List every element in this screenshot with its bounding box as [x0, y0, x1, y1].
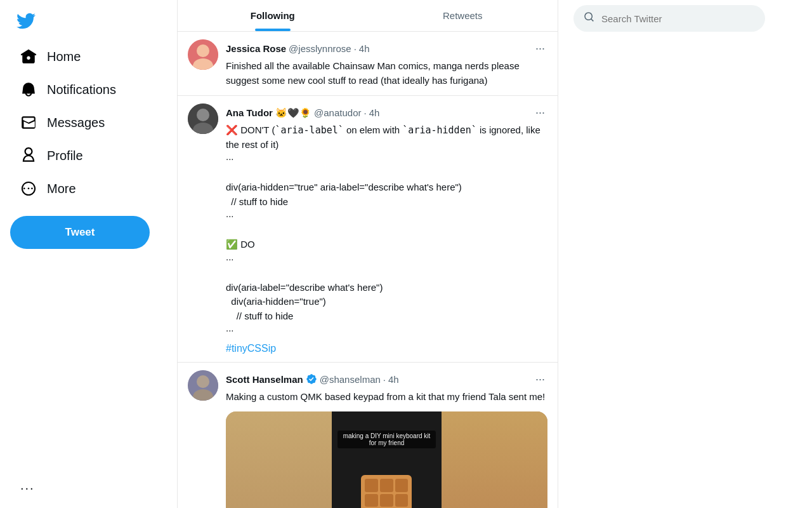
tweet-header: Scott Hanselman @shanselman · 4h ···: [226, 370, 547, 389]
right-sidebar: [558, 0, 780, 508]
tweet-text: Making a custom QMK based keypad from a …: [226, 390, 547, 404]
feed-tabs: Following Retweets: [178, 0, 558, 32]
tweet-button[interactable]: Tweet: [10, 216, 150, 249]
tweet-author-name: Scott Hanselman: [226, 374, 303, 385]
tweet-text: ❌ DON'T (`aria-label` on elem with `aria…: [226, 123, 547, 338]
image-overlay-text: making a DIY mini keyboard kit for my fr…: [337, 431, 436, 448]
tweet-more-button[interactable]: ···: [533, 39, 547, 58]
sidebar-item-label: Profile: [47, 149, 83, 163]
keyboard-image-content: making a DIY mini keyboard kit for my fr…: [226, 411, 547, 508]
sidebar: Home Notifications Messages Profile More: [0, 0, 178, 508]
tweet-body: Jessica Rose @jesslynnrose · 4h ··· Fini…: [226, 39, 547, 88]
tweet-author-handle: @anatudor: [314, 107, 361, 118]
tweet-author-name: Jessica Rose: [226, 43, 286, 54]
person-icon: [20, 147, 37, 164]
hashtag-link[interactable]: #tinyCSSip: [226, 343, 276, 354]
tweet-meta: Ana Tudor 🐱🖤🌻 @anatudor · 4h: [226, 107, 379, 119]
sidebar-item-label: Notifications: [47, 83, 116, 97]
tweet-time: ·: [383, 374, 386, 385]
svg-point-1: [197, 44, 209, 57]
tab-retweets[interactable]: Retweets: [368, 0, 558, 31]
keypad-grid: [361, 475, 412, 508]
sidebar-more-dots[interactable]: ···: [10, 473, 167, 503]
twitter-logo[interactable]: [10, 5, 42, 37]
tweet-time: ·: [354, 43, 357, 54]
tweet-body: Scott Hanselman @shanselman · 4h ··· Mak…: [226, 370, 547, 509]
tweet-time-value: 4h: [388, 374, 399, 385]
tweet-more-button[interactable]: ···: [533, 104, 547, 122]
tweet-body: Ana Tudor 🐱🖤🌻 @anatudor · 4h ··· ❌ DON'T…: [226, 104, 547, 354]
main-feed: Following Retweets Jessica Rose @jesslyn…: [178, 0, 558, 508]
svg-point-4: [197, 109, 209, 121]
tweet-header: Ana Tudor 🐱🖤🌻 @anatudor · 4h ···: [226, 104, 547, 122]
tab-following[interactable]: Following: [178, 0, 368, 31]
home-icon: [20, 48, 37, 65]
tweet-text: Finished all the available Chainsaw Man …: [226, 59, 547, 88]
tweet-author-handle: @jesslynnrose: [289, 43, 351, 54]
tweet-card: Ana Tudor 🐱🖤🌻 @anatudor · 4h ··· ❌ DON'T…: [178, 96, 558, 363]
more-icon: [20, 180, 37, 197]
sidebar-item-label: Messages: [47, 116, 105, 130]
sidebar-item-notifications[interactable]: Notifications: [10, 74, 167, 105]
sidebar-item-home[interactable]: Home: [10, 41, 167, 72]
tweet-image[interactable]: making a DIY mini keyboard kit for my fr…: [226, 411, 547, 508]
search-input[interactable]: [601, 13, 755, 24]
tweet-author-name: Ana Tudor 🐱🖤🌻: [226, 107, 311, 119]
avatar: [188, 370, 218, 401]
avatar: [188, 104, 218, 134]
tweet-card: Jessica Rose @jesslynnrose · 4h ··· Fini…: [178, 32, 558, 96]
tweet-meta: Scott Hanselman @shanselman · 4h: [226, 373, 399, 385]
tweet-header: Jessica Rose @jesslynnrose · 4h ···: [226, 39, 547, 58]
bell-icon: [20, 81, 37, 98]
tweet-meta: Jessica Rose @jesslynnrose · 4h: [226, 43, 370, 54]
tweet-hashtag: #tinyCSSip: [226, 343, 547, 354]
mail-icon: [20, 114, 37, 131]
svg-point-7: [197, 375, 209, 388]
tweet-more-button[interactable]: ···: [533, 370, 547, 389]
search-icon: [584, 11, 595, 25]
sidebar-item-profile[interactable]: Profile: [10, 140, 167, 171]
sidebar-item-more[interactable]: More: [10, 173, 167, 204]
sidebar-item-label: Home: [47, 50, 81, 64]
tweet-time: ·: [364, 107, 367, 118]
sidebar-item-messages[interactable]: Messages: [10, 107, 167, 138]
avatar: [188, 39, 218, 70]
sidebar-nav: Home Notifications Messages Profile More: [10, 39, 167, 206]
sidebar-item-label: More: [47, 182, 76, 196]
search-bar[interactable]: [573, 5, 765, 32]
tweet-author-handle: @shanselman: [320, 374, 381, 385]
tweet-time-value: 4h: [369, 107, 380, 118]
tweet-time-value: 4h: [359, 43, 370, 54]
verified-badge: [306, 373, 317, 385]
tweet-card: Scott Hanselman @shanselman · 4h ··· Mak…: [178, 363, 558, 509]
